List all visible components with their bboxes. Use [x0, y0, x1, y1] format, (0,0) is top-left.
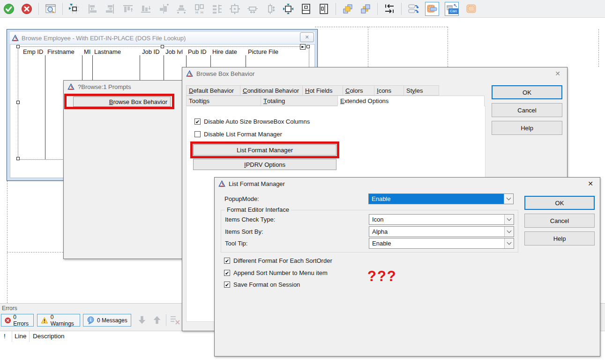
- tab-order-icon[interactable]: [383, 3, 396, 15]
- column-header[interactable]: MI: [84, 48, 90, 55]
- lfm-dialog-title: List Format Manager: [229, 180, 285, 187]
- chevron-down-icon[interactable]: [504, 194, 513, 204]
- column-header[interactable]: Picture File: [248, 48, 278, 55]
- bring-to-front-icon[interactable]: [342, 3, 354, 15]
- disable-list-format-checkbox[interactable]: Disable List Format Manager: [194, 131, 282, 138]
- sync-properties-icon[interactable]: [407, 3, 419, 15]
- help-button[interactable]: Help: [524, 231, 595, 245]
- center-vertically-icon[interactable]: [175, 3, 187, 15]
- tab-icons[interactable]: Icons: [374, 85, 404, 96]
- selection-handle[interactable]: [16, 101, 20, 104]
- grid-header-severity[interactable]: !: [4, 333, 6, 340]
- clarion-app-icon: [218, 180, 225, 187]
- checkbox-mark[interactable]: ✔: [224, 258, 230, 264]
- tab-conditional-behavior[interactable]: Conditional Behavior: [240, 85, 303, 96]
- group-tool-button[interactable]: [464, 2, 478, 16]
- ipdrv-options-button[interactable]: IPDRV Options: [193, 159, 336, 170]
- tab-totaling[interactable]: Totaling: [261, 96, 338, 106]
- resize-to-grid-icon[interactable]: [282, 3, 294, 15]
- column-header[interactable]: Emp ID: [23, 48, 43, 55]
- cancel-button[interactable]: Cancel: [524, 214, 595, 228]
- browse-window-titlebar[interactable]: Browse Employee - With EDIT-IN-PLACE (DO…: [10, 32, 315, 44]
- lfm-dialog-titlebar[interactable]: List Format Manager: [215, 178, 600, 190]
- close-icon[interactable]: ✕: [555, 70, 560, 77]
- center-dialog-icon[interactable]: [300, 3, 312, 15]
- clear-errors-icon[interactable]: [170, 315, 181, 327]
- selection-handle[interactable]: [16, 157, 20, 160]
- help-button[interactable]: Help: [492, 121, 562, 135]
- chevron-down-icon[interactable]: [504, 227, 514, 237]
- column-divider[interactable]: [45, 55, 45, 159]
- tab-tooltips[interactable]: Tooltips: [186, 96, 261, 106]
- cancel-icon[interactable]: [21, 3, 33, 15]
- selection-handle[interactable]: [16, 45, 20, 48]
- preview-window-icon[interactable]: [45, 3, 57, 15]
- center-horizontally-icon[interactable]: [157, 3, 170, 15]
- append-sort-number-checkbox[interactable]: ✔ Append Sort Number to Menu item: [224, 269, 328, 276]
- tool-tip-dropdown[interactable]: Enable: [369, 238, 514, 249]
- popup-mode-dropdown[interactable]: Enable: [368, 193, 514, 204]
- align-bottom-icon[interactable]: [140, 3, 152, 15]
- errors-filter-button[interactable]: 0 Errors: [1, 314, 34, 327]
- tab-extended-options[interactable]: Extended Options: [337, 96, 485, 106]
- save-format-checkbox[interactable]: ✔ Save Format on Session: [224, 281, 300, 288]
- grid-header-line[interactable]: Line: [15, 333, 27, 340]
- grid-column-divider[interactable]: [29, 331, 30, 342]
- browse-window-title: Browse Employee - With EDIT-IN-PLACE (DO…: [22, 35, 186, 42]
- behavior-tabs-row2: Tooltips Totaling Extended Options: [186, 96, 484, 106]
- cancel-button-tool[interactable]: Can ↖: [445, 2, 459, 16]
- items-sort-by-dropdown[interactable]: Alpha: [369, 226, 514, 237]
- warnings-filter-button[interactable]: 0 Warnings: [37, 314, 80, 327]
- checkbox-mark[interactable]: ✔: [224, 270, 230, 276]
- toolbar-separator: [38, 3, 39, 15]
- items-check-type-dropdown[interactable]: Icon: [369, 214, 514, 225]
- close-icon[interactable]: ✕: [588, 180, 593, 187]
- center-dialog-vertical-icon[interactable]: [318, 3, 330, 15]
- tab-hot-fields[interactable]: Hot Fields: [302, 85, 343, 96]
- checkbox-label: Append Sort Number to Menu item: [233, 269, 328, 276]
- grid-header-description[interactable]: Description: [33, 333, 65, 340]
- behavior-dialog-titlebar[interactable]: Browse Box Behavior: [182, 67, 567, 80]
- align-to-grid-icon[interactable]: [68, 3, 81, 15]
- next-error-icon[interactable]: [137, 315, 147, 327]
- same-height-icon[interactable]: [211, 3, 223, 15]
- different-format-checkbox[interactable]: ✔ Different Format For Each SortOrder: [224, 257, 332, 264]
- checkbox-mark[interactable]: ✔: [224, 282, 230, 288]
- ok-button[interactable]: OK: [492, 85, 562, 99]
- align-right-icon[interactable]: [104, 3, 116, 15]
- selection-handle[interactable]: [306, 45, 310, 48]
- browse-box-behavior-button[interactable]: Browse Box Behavior: [73, 97, 171, 107]
- column-header[interactable]: Job lvl: [165, 48, 183, 55]
- messages-filter-button[interactable]: 0 Messages: [83, 314, 131, 327]
- previous-error-icon[interactable]: [152, 315, 162, 327]
- checkbox-mark[interactable]: ✔: [194, 119, 201, 125]
- column-header[interactable]: Job ID: [142, 48, 160, 55]
- spread-vertically-icon[interactable]: [264, 3, 276, 15]
- spread-horizontally-icon[interactable]: [246, 3, 259, 15]
- align-top-icon[interactable]: [122, 3, 134, 15]
- chevron-down-icon[interactable]: [504, 215, 514, 224]
- send-to-back-icon[interactable]: [359, 3, 372, 15]
- accept-icon[interactable]: [3, 3, 15, 15]
- grid-column-divider[interactable]: [12, 331, 12, 342]
- chevron-down-icon[interactable]: [504, 238, 514, 248]
- align-left-icon[interactable]: [86, 3, 98, 15]
- column-header[interactable]: Hire date: [212, 48, 237, 55]
- same-width-icon[interactable]: HH: [193, 3, 205, 15]
- ok-button[interactable]: OK: [524, 196, 595, 210]
- checkbox-mark[interactable]: [194, 131, 201, 137]
- column-header[interactable]: Firstname: [47, 48, 75, 55]
- center-in-window-icon[interactable]: [229, 3, 241, 15]
- column-header[interactable]: Lastname: [94, 48, 121, 55]
- tab-styles[interactable]: Styles: [403, 85, 439, 96]
- tab-colors[interactable]: Colors: [343, 85, 374, 96]
- tab-default-behavior[interactable]: Default Behavior: [186, 85, 240, 96]
- panel-tool-button[interactable]: [425, 2, 439, 16]
- disable-autosize-checkbox[interactable]: ✔ Disable Auto Size BrowseBox Columns: [194, 118, 310, 125]
- list-format-manager-button[interactable]: List Format Manager: [193, 144, 336, 156]
- selection-handle[interactable]: [161, 45, 164, 48]
- header-scroll-arrow[interactable]: ▶: [300, 44, 306, 50]
- close-icon[interactable]: ✕: [300, 32, 314, 42]
- cancel-button[interactable]: Cancel: [492, 103, 562, 117]
- column-header[interactable]: Pub ID: [188, 48, 207, 55]
